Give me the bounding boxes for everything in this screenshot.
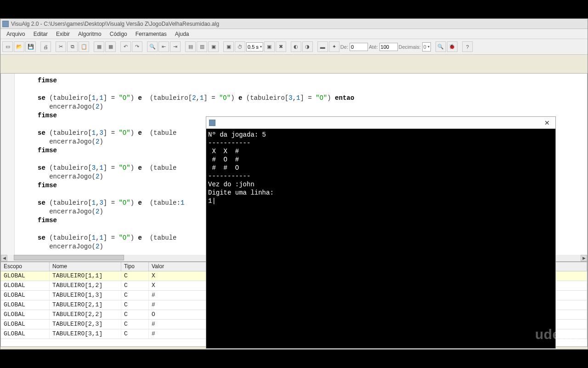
- console-icon: [209, 120, 215, 126]
- ate-input[interactable]: [379, 43, 398, 51]
- tool-icon[interactable]: ▥: [197, 41, 207, 52]
- menu-ajuda[interactable]: Ajuda: [171, 30, 193, 38]
- cell-tipo: C: [121, 271, 149, 281]
- cell-escopo: GLOBAL: [1, 320, 50, 329]
- de-field: De:: [340, 43, 368, 51]
- menu-codigo[interactable]: Código: [106, 30, 131, 38]
- paste-icon[interactable]: 📋: [79, 41, 89, 52]
- gutter: [1, 74, 15, 261]
- console-output[interactable]: Nº da jogada: 5 ----------- X X # # O # …: [206, 129, 555, 348]
- tool-icon[interactable]: ▣: [264, 41, 275, 52]
- copy-icon[interactable]: ⧉: [67, 41, 78, 52]
- tool-icon[interactable]: ▣: [208, 41, 219, 52]
- menu-exibir[interactable]: Exibir: [52, 30, 74, 38]
- menubar: Arquivo Editar Exibir Algoritmo Código F…: [0, 29, 588, 39]
- undo-icon[interactable]: ↶: [120, 41, 131, 52]
- col-nome[interactable]: Nome: [50, 262, 121, 271]
- tool-icon[interactable]: ✦: [329, 41, 339, 52]
- tool-icon[interactable]: 🔍: [435, 41, 446, 52]
- cell-nome: TABULEIRO[2,1]: [50, 300, 121, 310]
- toolbar: ▭ 📂 💾 🖨 ✂ ⧉ 📋 ▦ ▦ ↶ ↷ 🔍 ⇤ ⇥ ▤ ▥ ▣ ▣ ⏱ 0.…: [0, 39, 588, 55]
- cell-tipo: C: [121, 281, 149, 290]
- cell-escopo: GLOBAL: [1, 271, 50, 281]
- tool-icon[interactable]: ▦: [105, 41, 116, 52]
- cut-icon[interactable]: ✂: [56, 41, 66, 52]
- cell-nome: TABULEIRO[2,2]: [50, 310, 121, 319]
- print-icon[interactable]: 🖨: [40, 41, 51, 52]
- tool-icon[interactable]: ▣: [223, 41, 234, 52]
- tool-icon[interactable]: ◐: [291, 41, 301, 52]
- cell-escopo: GLOBAL: [1, 291, 50, 300]
- tool-icon[interactable]: ✖: [276, 41, 286, 52]
- scroll-thumb[interactable]: [14, 255, 124, 260]
- tool-icon[interactable]: ▦: [94, 41, 104, 52]
- help-icon[interactable]: ?: [462, 41, 473, 52]
- cell-nome: TABULEIRO[2,3]: [50, 320, 121, 329]
- ate-field: Até:: [369, 43, 398, 51]
- tool-icon[interactable]: ▤: [185, 41, 196, 52]
- cell-escopo: GLOBAL: [1, 310, 50, 319]
- tool-icon[interactable]: 🐞: [447, 41, 458, 52]
- scroll-right-icon[interactable]: ▶: [581, 255, 587, 261]
- cell-tipo: C: [121, 300, 149, 310]
- scroll-left-icon[interactable]: ◀: [1, 255, 7, 261]
- console-titlebar[interactable]: ✕: [206, 117, 555, 129]
- cell-escopo: GLOBAL: [1, 300, 50, 310]
- new-icon[interactable]: ▭: [2, 41, 13, 52]
- cell-nome: TABULEIRO[1,3]: [50, 291, 121, 300]
- cell-escopo: GLOBAL: [1, 329, 50, 339]
- save-icon[interactable]: 💾: [25, 41, 36, 52]
- cell-escopo: GLOBAL: [1, 281, 50, 290]
- dec-select[interactable]: 0▾: [422, 42, 431, 52]
- timer-select[interactable]: 0.5 s▾: [246, 42, 263, 52]
- dec-field: Decimais: 0▾: [399, 42, 431, 52]
- cell-tipo: C: [121, 329, 149, 339]
- tool-icon[interactable]: ◑: [302, 41, 313, 52]
- close-icon[interactable]: ✕: [542, 119, 553, 127]
- col-tipo[interactable]: Tipo: [121, 262, 149, 271]
- cell-tipo: C: [121, 320, 149, 329]
- cell-nome: TABULEIRO[1,1]: [50, 271, 121, 281]
- console-icon[interactable]: ▬: [317, 41, 328, 52]
- cell-nome: TABULEIRO[3,1]: [50, 329, 121, 339]
- window-title: VisuAlg 2.0 - C:\Users\games\Desktop\Vis…: [11, 21, 219, 27]
- redo-icon[interactable]: ↷: [132, 41, 142, 52]
- de-input[interactable]: [350, 43, 368, 51]
- open-icon[interactable]: 📂: [14, 41, 24, 52]
- col-escopo[interactable]: Escopo: [1, 262, 50, 271]
- console-window[interactable]: ✕ Nº da jogada: 5 ----------- X X # # O …: [206, 116, 556, 349]
- clock-icon[interactable]: ⏱: [235, 41, 245, 52]
- titlebar[interactable]: VisuAlg 2.0 - C:\Users\games\Desktop\Vis…: [0, 19, 588, 29]
- outdent-icon[interactable]: ⇤: [158, 41, 169, 52]
- menu-arquivo[interactable]: Arquivo: [2, 30, 29, 38]
- cell-tipo: C: [121, 310, 149, 319]
- indent-icon[interactable]: ⇥: [170, 41, 181, 52]
- menu-algoritmo[interactable]: Algoritmo: [74, 30, 106, 38]
- find-icon[interactable]: 🔍: [147, 41, 158, 52]
- app-icon: [2, 21, 9, 27]
- menu-ferramentas[interactable]: Ferramentas: [131, 30, 171, 38]
- watermark: udemy: [535, 327, 581, 342]
- cell-nome: TABULEIRO[1,2]: [50, 281, 121, 290]
- cell-tipo: C: [121, 291, 149, 300]
- menu-editar[interactable]: Editar: [29, 30, 52, 38]
